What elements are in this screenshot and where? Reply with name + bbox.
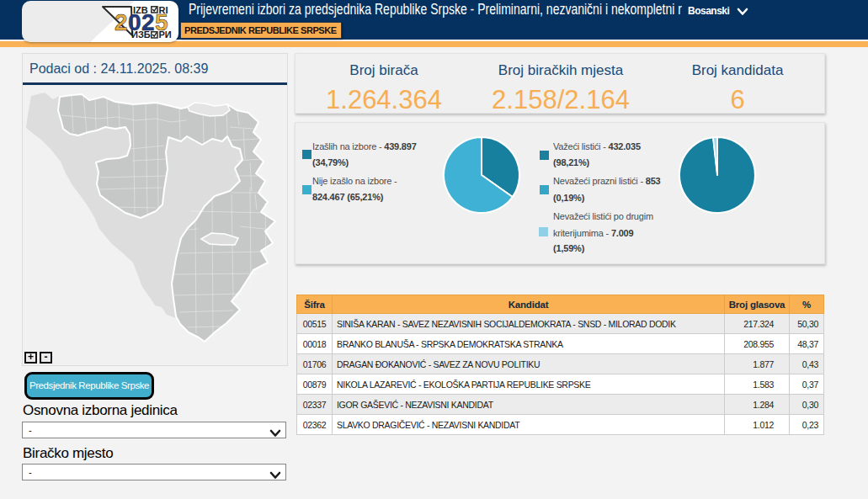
svg-text:РИ: РИ [159,29,172,40]
svg-text:ИЗБ: ИЗБ [131,29,151,40]
svg-text:2: 2 [114,9,128,35]
